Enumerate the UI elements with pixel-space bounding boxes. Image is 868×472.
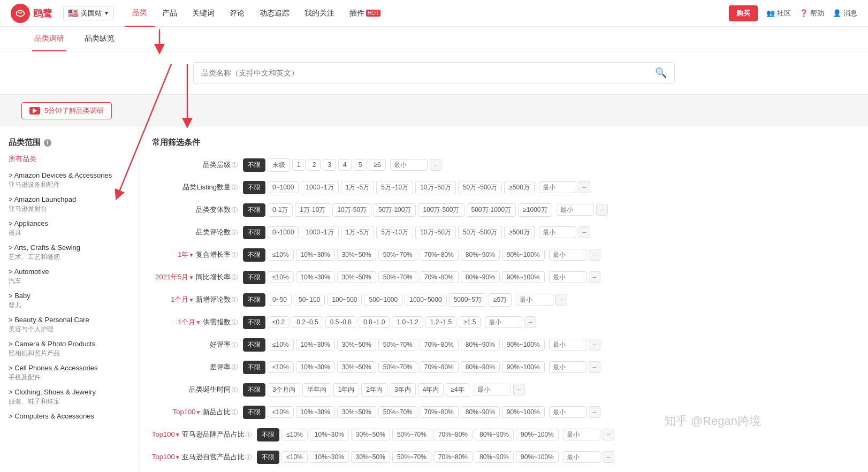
filter-input-min-9[interactable] [549,361,587,373]
tag-unlimited-10[interactable]: 不限 [243,383,265,397]
tag-70-80-c[interactable]: 70%~80% [420,249,459,261]
tag-80-90-np[interactable]: 80%~90% [461,406,500,418]
filter-input-min-3[interactable] [539,226,576,238]
tag-4y[interactable]: 4年内 [418,383,444,397]
tag-50w-500w[interactable]: 50万~500万 [458,181,502,194]
tag-70-80-n[interactable]: 70%~80% [420,361,459,373]
tag-ge500w-r[interactable]: ≥500万 [504,226,535,239]
tag-ge1000w[interactable]: ≥1000万 [518,203,552,217]
tag-30-50-y[interactable]: 30%~50% [337,271,376,283]
sidebar-item-amazon-launchpad[interactable]: > Amazon Launchpad 亚马逊发射台 [9,192,130,216]
tag-unlimited-5[interactable]: 不限 [243,271,265,284]
filter-input-minus-9[interactable]: − [589,361,600,373]
tag-80-90-p[interactable]: 80%~90% [461,339,500,351]
tag-50-70-ab[interactable]: 50%~70% [392,429,431,440]
tag-100-500[interactable]: 100~500 [327,294,362,306]
filter-input-min-6[interactable] [516,294,553,306]
filter-input-min-2[interactable] [557,204,594,216]
sidebar-item-beauty[interactable]: > Beauty & Personal Care 美容与个人护理 [9,313,130,337]
filter-input-min-5[interactable] [549,271,587,283]
filter-input-minus-7[interactable]: − [524,316,536,328]
tag-50-70-ao[interactable]: 50%~70% [392,451,431,463]
tag-3[interactable]: 3 [323,159,336,171]
tag-02-05[interactable]: 0.2~0.5 [292,316,323,328]
sidebar-item-clothing[interactable]: > Clothing, Shoes & Jewelry 服装、鞋子和珠宝 [9,385,130,409]
tag-le10-np[interactable]: ≤10% [268,406,294,418]
tag-50w-100w[interactable]: 50万-100万 [374,203,416,217]
tag-50-70-n[interactable]: 50%~70% [378,361,417,373]
tag-unlimited-4[interactable]: 不限 [243,248,265,262]
tag-unlimited-11[interactable]: 不限 [243,406,265,419]
filter-input-minus-3[interactable]: − [578,226,590,238]
tag-unlimited-7[interactable]: 不限 [243,316,265,329]
tag-unlimited-2[interactable]: 不限 [243,203,265,217]
tag-50-100[interactable]: 50~100 [294,294,325,306]
tag-le10-ab[interactable]: ≤10% [281,429,308,440]
sidebar-item-amazon-devices[interactable]: > Amazon Devices & Accessories 亚马逊设备和配件 [9,168,130,192]
tag-90-100-c[interactable]: 90%~100% [502,249,545,261]
nav-item-tracking[interactable]: 动态追踪 [252,0,297,27]
tag-10-30-y[interactable]: 10%~30% [296,271,335,283]
tag-5w-10w[interactable]: 5万~10万 [376,181,413,194]
message-nav-item[interactable]: 👤 消息 [833,9,857,18]
tag-500-1000[interactable]: 500~1000 [364,294,402,306]
tag-90-100-ab[interactable]: 90%~100% [516,429,559,440]
tag-le10-n[interactable]: ≤10% [268,361,294,373]
tag-10-30-c[interactable]: 10%~30% [296,249,335,261]
tag-5w-10w-r[interactable]: 5万~10万 [376,226,413,239]
filter-input-min-4[interactable] [549,249,587,261]
tag-80-90-ao[interactable]: 80%~90% [475,451,514,463]
tag-le10-p[interactable]: ≤10% [268,339,294,351]
filter-input-minus-5[interactable]: − [589,271,600,283]
tag-ge4y[interactable]: ≥4年 [446,383,469,397]
filter-input-min-13[interactable] [563,451,600,463]
tag-1000-1w-r[interactable]: 1000~1万 [301,226,338,239]
tag-80-90-c[interactable]: 80%~90% [461,249,500,261]
tag-30-50-ao[interactable]: 30%~50% [351,451,390,463]
filter-input-min-12[interactable] [563,429,600,440]
tag-10w-50w-r[interactable]: 10万~50万 [415,226,456,239]
submenu-item-overview[interactable]: 品类纵览 [82,27,117,51]
tag-1w-5w-r[interactable]: 1万~5万 [341,226,374,239]
tag-80-90-y[interactable]: 80%~90% [461,271,500,283]
search-input[interactable] [201,68,651,77]
filter-input-min-1[interactable] [539,181,576,193]
filter-input-minus-11[interactable]: − [589,406,600,418]
tag-le10-y[interactable]: ≤10% [268,271,294,283]
nav-item-keyword[interactable]: 关键词 [185,0,222,27]
tag-90-100-n[interactable]: 90%~100% [502,361,545,373]
tag-末级[interactable]: 末级 [268,158,290,172]
tag-50w-500w-r[interactable]: 50万~500万 [458,226,502,239]
all-categories-link[interactable]: 所有品类 [9,154,130,164]
sidebar-info-icon[interactable]: i [44,139,51,147]
filter-input-minus-2[interactable]: − [596,204,608,216]
video-button[interactable]: 5分钟了解品类调研 [21,102,112,119]
tag-4[interactable]: 4 [338,159,352,171]
tag-10-30-n[interactable]: 10%~30% [296,361,335,373]
sidebar-item-appliances[interactable]: > Appliances 器具 [9,216,130,240]
filter-input-min-11[interactable] [549,406,587,418]
tag-le02[interactable]: ≤0.2 [268,316,290,328]
tag-70-80-ab[interactable]: 70%~80% [433,429,473,440]
logo[interactable]: 鸥鹭 [11,4,52,23]
tag-3m[interactable]: 3个月内 [268,383,300,397]
tag-5[interactable]: 5 [354,159,367,171]
sidebar-item-automotive[interactable]: > Automotive 汽车 [9,264,130,288]
tag-30-50-c[interactable]: 30%~50% [337,249,376,261]
filter-input-minus-1[interactable]: − [578,181,590,193]
filter-input-min-10[interactable] [474,384,511,395]
sidebar-item-baby[interactable]: > Baby 婴儿 [9,288,130,313]
tag-90-100-y[interactable]: 90%~100% [502,271,545,283]
tag-5000-5w[interactable]: 5000~5万 [449,293,486,307]
tag-70-80-y[interactable]: 70%~80% [420,271,459,283]
tag-6m[interactable]: 半年内 [302,383,331,397]
tag-3y[interactable]: 3年内 [390,383,416,397]
filter-input-minus-10[interactable]: − [513,384,525,395]
nav-item-review[interactable]: 评论 [222,0,252,27]
tag-10w-50w-v[interactable]: 10万-50万 [332,203,371,217]
site-selector[interactable]: 🇺🇸 美国站 ▼ [63,6,114,20]
tag-0-1000-r[interactable]: 0~1000 [268,226,299,238]
nav-item-category[interactable]: 品类 [125,0,155,27]
sidebar-item-arts-crafts[interactable]: > Arts, Crafts & Sewing 艺术、工艺和缝纫 [9,240,130,264]
tag-10-30-ab[interactable]: 10%~30% [310,429,349,440]
